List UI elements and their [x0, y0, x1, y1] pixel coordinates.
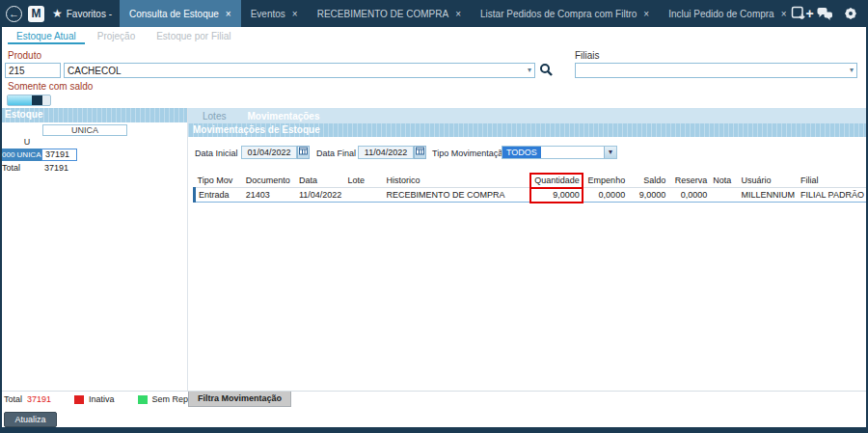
window-bottom-border: [0, 427, 868, 433]
toggle-track-fill: [8, 95, 32, 105]
col-nota[interactable]: Nota: [710, 174, 738, 188]
tab-estoque-por-filial[interactable]: Estoque por Filial: [148, 29, 239, 44]
filtra-movimentacao-button[interactable]: Filtra Movimentação: [188, 392, 291, 407]
tab-listar-pedidos-compra-filtro[interactable]: Listar Pedidos de Compra com Filtro ×: [471, 0, 659, 27]
view-tab-bar: Estoque Atual Projeção Estoque por Filia…: [0, 27, 868, 44]
cell-historico: RECEBIMENTO DE COMPRA: [384, 188, 531, 203]
tab-label: Listar Pedidos de Compra com Filtro: [480, 9, 637, 19]
tab-recebimento-de-compra[interactable]: RECEBIMENTO DE COMPRA ×: [308, 0, 471, 27]
calendar-icon[interactable]: [297, 146, 310, 159]
cell-usuario: MILLENNIUM: [738, 188, 798, 203]
back-arrow-icon: ←: [9, 8, 19, 19]
tab-inclui-pedido-de-compra[interactable]: Inclui Pedido de Compra ×: [659, 0, 796, 27]
col-documento[interactable]: Documento: [243, 174, 296, 188]
main-content: Estoque UNICA U 000 UNICA 37191 Total 37…: [0, 108, 868, 391]
estoque-panel-header: Estoque: [0, 108, 187, 122]
sem-reposicao-color-swatch: [138, 395, 148, 404]
tab-eventos[interactable]: Eventos ×: [241, 0, 308, 27]
produto-combobox[interactable]: CACHECOL ▾: [64, 63, 535, 78]
col-reserva[interactable]: Reserva: [668, 174, 710, 188]
col-saldo[interactable]: Saldo: [628, 174, 668, 188]
col-historico[interactable]: Historico: [384, 174, 531, 188]
close-icon[interactable]: ×: [292, 9, 298, 19]
somente-com-saldo-label: Somente com saldo: [8, 81, 93, 92]
color-row-value[interactable]: 37191: [41, 149, 77, 161]
col-lote[interactable]: Lote: [344, 174, 383, 188]
cell-lote: [344, 188, 383, 203]
window-left-border: [0, 27, 2, 433]
close-icon[interactable]: ×: [781, 9, 787, 19]
logo-letter: M: [32, 7, 41, 20]
stock-legend: Total 37191 Inativa Sem Reposição: [4, 394, 213, 404]
export-icon[interactable]: [790, 5, 807, 22]
color-row-label[interactable]: 000 UNICA: [0, 149, 41, 161]
close-icon[interactable]: ×: [226, 9, 231, 19]
chat-icon[interactable]: [816, 5, 833, 22]
tab-lotes[interactable]: Lotes: [194, 110, 234, 122]
app-window: ← M ★ Favoritos - Consulta de Estoque × …: [0, 0, 868, 433]
col-usuario[interactable]: Usuário: [738, 174, 798, 188]
gear-icon[interactable]: [842, 5, 859, 22]
col-filial[interactable]: Filial: [798, 174, 868, 188]
chevron-down-icon[interactable]: ▾: [528, 67, 531, 74]
tab-consulta-de-estoque[interactable]: Consulta de Estoque ×: [120, 0, 241, 27]
col-quantidade[interactable]: Quantidade: [530, 174, 583, 188]
top-tab-bar: ← M ★ Favoritos - Consulta de Estoque × …: [0, 0, 868, 27]
cell-reserva: 0,0000: [668, 188, 710, 203]
estoque-total-value: 37191: [44, 163, 68, 173]
cell-filial: FILIAL PADRÃO: [798, 188, 868, 203]
col-data[interactable]: Data: [296, 174, 344, 188]
data-inicial-label: Data Inicial: [195, 149, 238, 158]
inativa-color-swatch: [74, 395, 84, 404]
cell-nota: [710, 188, 738, 203]
cell-tipo-mov: Entrada: [195, 188, 243, 203]
cell-documento: 21403: [243, 188, 296, 203]
footer-total-label: Total: [4, 394, 22, 404]
search-icon[interactable]: [539, 63, 554, 77]
tab-estoque-atual[interactable]: Estoque Atual: [8, 29, 85, 44]
star-icon: ★: [52, 8, 63, 19]
tipo-movimentacao-select[interactable]: TODOS ▾: [502, 146, 617, 159]
data-inicial-input[interactable]: 01/04/2022: [241, 146, 297, 159]
tipo-movimentacao-label: Tipo Movimentação: [432, 149, 507, 158]
produto-label: Produto: [8, 50, 41, 61]
millennium-logo-icon[interactable]: M: [28, 6, 44, 22]
footer-total-value: 37191: [27, 394, 51, 404]
tab-label: Eventos: [251, 9, 285, 19]
chevron-down-icon[interactable]: ▾: [850, 67, 854, 74]
calendar-icon[interactable]: [414, 146, 426, 159]
col-tipo-mov[interactable]: Tipo Mov: [195, 174, 243, 188]
atualiza-button[interactable]: Atualiza: [4, 412, 57, 427]
favorites-button[interactable]: ★ Favoritos -: [52, 8, 112, 19]
data-final-label: Data Final: [316, 149, 356, 158]
table-row[interactable]: Entrada 21403 11/04/2022 RECEBIMENTO DE …: [195, 188, 868, 203]
chevron-down-icon[interactable]: ▾: [604, 147, 616, 158]
cell-saldo: 9,0000: [628, 188, 668, 203]
cell-data: 11/04/2022: [296, 188, 344, 203]
color-group-header: UNICA: [42, 124, 127, 136]
produto-code-input[interactable]: [5, 63, 61, 78]
tab-label: Inclui Pedido de Compra: [668, 9, 774, 19]
tab-label: RECEBIMENTO DE COMPRA: [317, 9, 449, 19]
close-icon[interactable]: ×: [643, 9, 649, 19]
cell-quantidade: 9,0000: [530, 188, 583, 203]
cell-empenho: 0,0000: [583, 188, 628, 203]
back-button[interactable]: ←: [6, 6, 22, 22]
tab-movimentacoes[interactable]: Movimentações: [238, 110, 328, 122]
tab-label: Consulta de Estoque: [129, 9, 219, 19]
toggle-handle[interactable]: [32, 95, 42, 105]
produto-name-value: CACHECOL: [68, 66, 528, 76]
tab-projecao[interactable]: Projeção: [89, 29, 144, 44]
filter-form: Produto CACHECOL ▾ Filiais ▾ Somente com…: [0, 44, 868, 108]
close-icon[interactable]: ×: [455, 9, 461, 19]
estoque-panel: Estoque UNICA U 000 UNICA 37191 Total 37…: [0, 108, 188, 391]
movimentacoes-tab-bar: Lotes Movimentações: [188, 108, 868, 123]
movimentacoes-header: Movimentações de Estoque: [188, 123, 868, 137]
data-final-input[interactable]: 11/04/2022: [358, 146, 414, 159]
movimentacoes-filter-row: Data Inicial 01/04/2022 Data Final 11/04…: [188, 137, 868, 174]
somente-com-saldo-toggle[interactable]: [7, 95, 51, 106]
filiais-select[interactable]: ▾: [575, 63, 857, 78]
tipo-movimentacao-value: TODOS: [502, 147, 541, 158]
col-empenho[interactable]: Empenho: [583, 174, 628, 188]
movimentacoes-table: Tipo Mov Documento Data Lote Historico Q…: [193, 174, 868, 203]
